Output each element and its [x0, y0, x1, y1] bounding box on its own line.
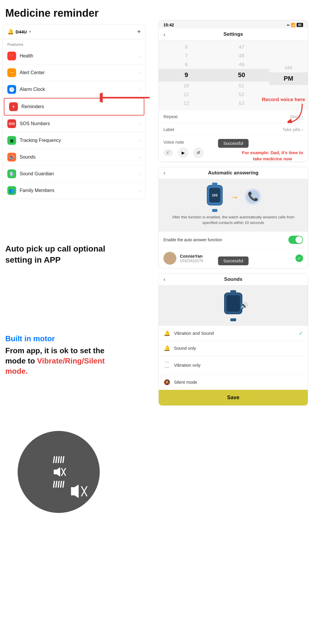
family-icon: 👥 [7, 186, 16, 195]
sos-label: SOS Numbers [20, 121, 139, 126]
device-selector[interactable]: 🔔 D44U ▼ [7, 28, 32, 35]
guardian-label: Sound Guardian [20, 171, 139, 176]
min-51: 51 [214, 81, 269, 90]
toggle-switch[interactable] [288, 236, 303, 244]
play-button[interactable]: ▶ [178, 147, 188, 158]
min-49: 49 [214, 60, 269, 69]
sidebar-item-tracking[interactable]: ▦ Tracking Frequency › [3, 132, 146, 149]
sound-option-vibration-only[interactable]: 〰〰 Vibration only [159, 356, 308, 375]
min-52: 52 [214, 90, 269, 99]
save-button[interactable]: Save [159, 390, 308, 405]
vib-lines-top [53, 456, 64, 463]
chevron-right-icon: › [139, 155, 141, 159]
chevron-right-icon: › [139, 70, 141, 75]
example-text-annotation: For example: Dad, it's time to take medi… [239, 149, 306, 162]
example-text: For example: Dad, it's time to take medi… [242, 150, 303, 161]
min-47: 47 [214, 43, 269, 52]
back-button-2[interactable]: ‹ [163, 169, 165, 176]
built-in-motor-title: Built in motor [5, 334, 117, 343]
sounds-screen: ‹ Sounds 🔊 🔔 Vibration and Sound ✓ [158, 273, 308, 406]
toggle-knob [295, 236, 302, 243]
alert-label: Alert Center [20, 70, 139, 75]
sounds-nav: ‹ Sounds [159, 273, 308, 286]
back-button[interactable]: ‹ [163, 31, 165, 38]
sidebar-item-health[interactable]: ❤️ Health › [3, 48, 146, 64]
hour-7: 7 [159, 52, 214, 60]
guardian-icon: 🛡️ [7, 169, 16, 178]
app-header: 🔔 D44U ▼ + [3, 24, 146, 39]
svg-point-13 [166, 259, 173, 264]
svg-point-12 [168, 255, 172, 259]
watch-body: 10S [207, 185, 223, 205]
chevron-right-icon: › [139, 54, 141, 58]
vibration-mode-icon [18, 431, 100, 513]
signal-icon: ▪▪ [287, 23, 290, 27]
bell-icon: 🔔 [7, 28, 14, 35]
reminders-icon: + [9, 102, 18, 111]
min-53: 53 [214, 99, 269, 108]
watch-sound-body [224, 293, 242, 314]
auto-pickup-text: Auto pick up call optional setting in AP… [5, 243, 114, 266]
chevron-right-icon: › [139, 171, 141, 176]
sounds-icon: 🔊 [7, 153, 16, 162]
label-row[interactable]: Label Take pills › [159, 123, 308, 136]
vib-lines-bottom [53, 481, 64, 488]
sound-only-icon: 🔔 [163, 345, 170, 351]
silent-label: Silent mode [174, 380, 303, 385]
min-50-selected: 50 [214, 69, 269, 81]
sidebar-item-sos[interactable]: SOS SOS Numbers › [3, 115, 146, 132]
sidebar-item-guardian[interactable]: 🛡️ Sound Guardian › [3, 166, 146, 182]
contact-row: ConnieYan 15323410270 ✓ Successful [159, 248, 308, 268]
arrow-icon: → [230, 192, 239, 203]
voice-duration: 4'' [163, 149, 173, 156]
ampm-am-val: AM [269, 64, 308, 72]
muted-speaker-bottom-icon [69, 482, 89, 500]
features-label: Features [3, 39, 146, 48]
replay-button[interactable]: ↺ [193, 147, 204, 158]
voice-toast: Successful [218, 139, 249, 148]
record-arrow-icon [288, 103, 305, 123]
hour-column[interactable]: 6 7 8 9 10 11 12 [159, 43, 214, 108]
health-label: Health [20, 53, 139, 59]
ampm-pm-selected: PM [269, 72, 308, 85]
label-value: Take pills › [282, 127, 303, 132]
minute-column[interactable]: 47 48 49 50 51 52 53 [214, 43, 269, 108]
dropdown-arrow-icon: ▼ [28, 30, 32, 33]
record-voice-text: Record voice here [262, 97, 305, 103]
battery-badge: 95 [297, 23, 303, 27]
sidebar-item-sounds[interactable]: 🔊 Sounds › [3, 149, 146, 166]
silent-icon: 🔕 [163, 379, 170, 385]
sounds-nav-title: Sounds [224, 276, 242, 282]
device-name: D44U [16, 29, 27, 34]
toggle-row: Enable the auto answer function [159, 232, 308, 248]
min-48: 48 [214, 52, 269, 60]
ampm-column[interactable]: AM PM [269, 60, 308, 90]
tracking-label: Tracking Frequency [20, 138, 139, 143]
phone-call-icon: 📞 [244, 188, 262, 207]
app-panel: 🔔 D44U ▼ + Features ❤️ Health › ··· Aler… [2, 24, 146, 199]
sidebar-item-alert[interactable]: ··· Alert Center › [3, 64, 146, 81]
red-arrow-icon [100, 90, 153, 105]
avatar [163, 252, 176, 265]
sound-option-silent[interactable]: 🔕 Silent mode [159, 375, 308, 390]
watch-screen: 10S [209, 188, 220, 203]
svg-marker-0 [54, 467, 60, 477]
svg-text:📞: 📞 [248, 191, 259, 202]
back-button-3[interactable]: ‹ [163, 276, 165, 283]
alert-icon: ··· [7, 68, 16, 77]
add-button[interactable]: + [137, 28, 141, 35]
hour-9-selected: 9 [159, 69, 214, 81]
watch-sound-screen [227, 295, 240, 312]
sound-only-label: Sound only [174, 346, 303, 351]
hour-11: 11 [159, 90, 214, 99]
chevron-right-icon: › [139, 121, 141, 126]
label-label: Label [163, 127, 174, 132]
alarm-icon: 🕐 [7, 85, 16, 94]
sound-option-vibration-sound[interactable]: 🔔 Vibration and Sound ✓ [159, 326, 308, 341]
settings-nav-title: Settings [223, 31, 243, 37]
watch-sound-strap-bottom [230, 318, 236, 321]
sound-option-sound-only[interactable]: 🔔 Sound only [159, 341, 308, 356]
auto-answer-title: Automatic answering [208, 170, 258, 176]
sidebar-item-family[interactable]: 👥 Family Members › [3, 182, 146, 199]
chevron-right-icon: › [302, 127, 303, 132]
